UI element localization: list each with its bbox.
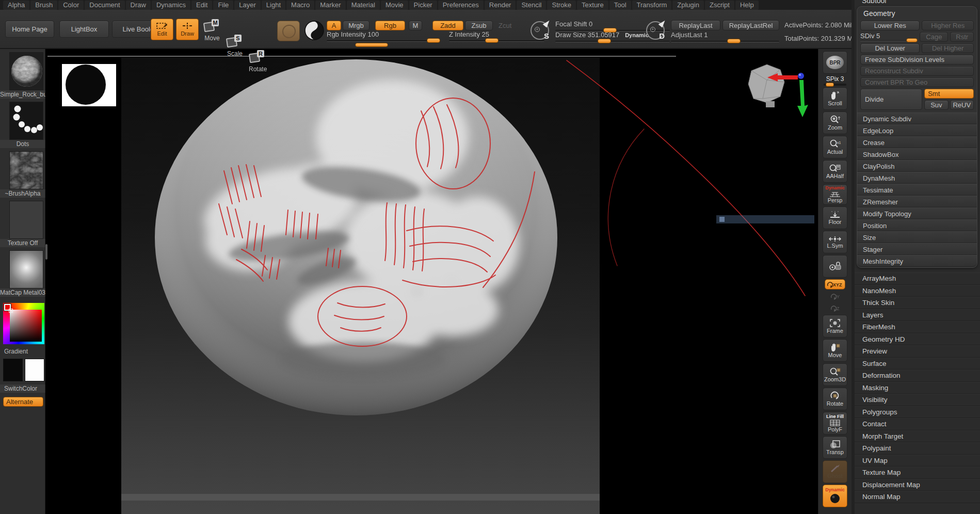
menu-item[interactable]: Light <box>262 1 285 10</box>
move3d-button[interactable]: Move <box>823 339 847 362</box>
primary-color-swatch[interactable] <box>3 359 23 381</box>
tool-palette-section-header[interactable]: Polygroups <box>855 406 980 419</box>
menu-item[interactable]: Stroke <box>547 1 576 10</box>
menu-item[interactable]: Transform <box>632 1 672 10</box>
zsub-toggle[interactable]: Zsub <box>465 21 493 30</box>
stroke-alpha-swatch[interactable] <box>277 21 300 41</box>
menu-item[interactable]: Brush <box>30 1 57 10</box>
geometry-subsection-header[interactable]: Size <box>857 231 977 243</box>
menu-item[interactable]: Render <box>485 1 516 10</box>
gradient-label[interactable]: Gradient <box>0 347 45 356</box>
lsym-button[interactable]: L.Sym <box>823 231 847 253</box>
zadd-toggle[interactable]: Zadd <box>432 21 463 30</box>
sculpted-sphere-model[interactable] <box>155 59 557 415</box>
current-material-sphere[interactable] <box>304 21 324 40</box>
geometry-subsection-header[interactable]: Dynamic Subdiv <box>857 113 977 124</box>
current-alpha-thumbnail[interactable]: Simple_Rock_bui <box>9 52 43 99</box>
tool-palette-section-header[interactable]: Layers <box>855 309 980 322</box>
rgb-toggle[interactable]: Rgb <box>375 21 405 30</box>
tool-palette-section-header[interactable]: Preview <box>855 345 980 358</box>
tool-palette-section-header[interactable]: Masking <box>855 382 980 394</box>
tool-palette-section-header[interactable]: Geometry HD <box>855 333 980 346</box>
rotate-button[interactable]: R Rotate <box>249 50 264 66</box>
rgb-intensity-handle[interactable] <box>427 38 440 43</box>
draw-button[interactable]: Draw <box>176 19 199 40</box>
menu-item[interactable]: Zscript <box>705 1 734 10</box>
ghost-button[interactable]: Ghost <box>823 460 847 483</box>
draw-size-handle[interactable] <box>598 39 611 43</box>
menu-item[interactable]: Dynamics <box>152 1 190 10</box>
spix-slider[interactable]: SPix 3 <box>822 75 848 86</box>
zcut-toggle[interactable]: Zcut <box>499 22 511 29</box>
menu-item[interactable]: Draw <box>126 1 151 10</box>
menu-item[interactable]: Picker <box>409 1 437 10</box>
floor-button[interactable]: Floor <box>823 206 847 229</box>
lightbox-button[interactable]: LightBox <box>59 21 109 38</box>
geometry-subsection-header[interactable]: Position <box>857 219 977 231</box>
geometry-subsection-header[interactable]: Stager <box>857 243 977 255</box>
zoom3d-button[interactable]: Zoom3D <box>823 363 847 386</box>
tray-resize-nub[interactable] <box>45 244 47 260</box>
tool-palette-section-header[interactable]: Contact <box>855 418 980 430</box>
rstr-button[interactable]: Rstr <box>950 32 974 42</box>
solo-dynamic-button[interactable]: Dynamic <box>823 485 847 507</box>
switch-color-button[interactable]: SwitchColor <box>0 384 45 393</box>
geometry-palette-header[interactable]: Geometry <box>857 7 977 19</box>
geometry-subsection-header[interactable]: DynaMesh <box>857 172 977 184</box>
color-picker-marker[interactable] <box>9 309 13 313</box>
del-higher-button[interactable]: Del Higher <box>922 43 974 53</box>
adjust-last-slider[interactable]: AdjustLast 1 <box>671 31 779 42</box>
menu-item[interactable]: Help <box>735 1 759 10</box>
divide-button[interactable]: Divide <box>860 89 922 110</box>
scroll-button[interactable]: Scroll <box>823 87 847 110</box>
tool-palette-section-header[interactable]: Displacement Map <box>855 479 980 491</box>
edit-button[interactable]: Edit <box>151 19 173 40</box>
tool-palette-section-header[interactable]: ArrayMesh <box>855 272 980 285</box>
rotate-z-button[interactable]: Z <box>825 303 845 313</box>
menu-item[interactable]: Edit <box>191 1 212 10</box>
spix-handle[interactable] <box>826 83 834 87</box>
menu-item[interactable]: Macro <box>286 1 314 10</box>
tool-palette-section-header[interactable]: Morph Target <box>855 430 980 443</box>
brush-alpha-thumbnail[interactable]: ~BrushAlpha <box>9 151 43 198</box>
home-page-button[interactable]: Home Page <box>5 21 54 38</box>
secondary-color-swatch[interactable] <box>25 359 44 381</box>
menu-item[interactable]: File <box>213 1 233 10</box>
subtool-palette-header[interactable]: Subtool <box>855 0 980 5</box>
lower-res-button[interactable]: Lower Res <box>860 21 920 30</box>
cage-button[interactable]: Cage <box>920 32 948 42</box>
rgb-intensity-slider[interactable]: Rgb Intensity 100 <box>327 30 439 42</box>
tool-palette-section-header[interactable]: Deformation <box>855 370 980 382</box>
rotate-y-button[interactable]: Y <box>825 291 845 301</box>
tool-palette-section-header[interactable]: Polypaint <box>855 442 980 455</box>
aahalf-button[interactable]: AAHalf <box>823 160 847 183</box>
menu-item[interactable]: Texture <box>577 1 608 10</box>
sdiv-slider[interactable]: SDiv 5 <box>860 32 918 42</box>
menu-item[interactable]: Preferences <box>438 1 484 10</box>
tool-palette-section-header[interactable]: Surface <box>855 358 980 370</box>
document-viewport[interactable] <box>45 49 818 514</box>
menu-item[interactable]: Color <box>58 1 84 10</box>
polyframe-button[interactable]: Line Fill PolyF <box>823 412 847 435</box>
z-intensity-handle[interactable] <box>485 38 499 43</box>
mrgb-toggle[interactable]: Mrgb <box>343 21 369 30</box>
geometry-subsection-header[interactable]: EdgeLoop <box>857 124 977 136</box>
current-stroke-thumbnail[interactable]: Dots <box>9 102 43 148</box>
transp-button[interactable]: Transp <box>823 436 847 459</box>
z-intensity-slider[interactable]: Z Intensity 25 <box>449 30 544 42</box>
geometry-subsection-header[interactable]: Modify Topology <box>857 207 977 219</box>
reconstruct-subdiv-button[interactable]: Reconstruct Subdiv <box>860 66 974 76</box>
geometry-subsection-header[interactable]: ZRemesher <box>857 196 977 207</box>
tool-palette-section-header[interactable]: Thick Skin <box>855 297 980 309</box>
menu-item[interactable]: Material <box>347 1 380 10</box>
zoom-button[interactable]: Zoom <box>823 111 847 134</box>
scale-button[interactable]: S Scale <box>226 35 242 50</box>
menu-item[interactable]: Stencil <box>517 1 546 10</box>
freeze-subdivision-button[interactable]: Freeze SubDivision Levels <box>860 55 974 65</box>
material-thumbnail[interactable]: MatCap Metal03 <box>9 250 43 297</box>
frame-button[interactable]: Frame <box>823 315 847 338</box>
menu-item[interactable]: Movie <box>381 1 408 10</box>
tool-palette-section-header[interactable]: Normal Map <box>855 491 980 503</box>
geometry-subsection-header[interactable]: ClayPolish <box>857 160 977 172</box>
rotate-xyz-button[interactable]: XYZ <box>825 279 845 290</box>
